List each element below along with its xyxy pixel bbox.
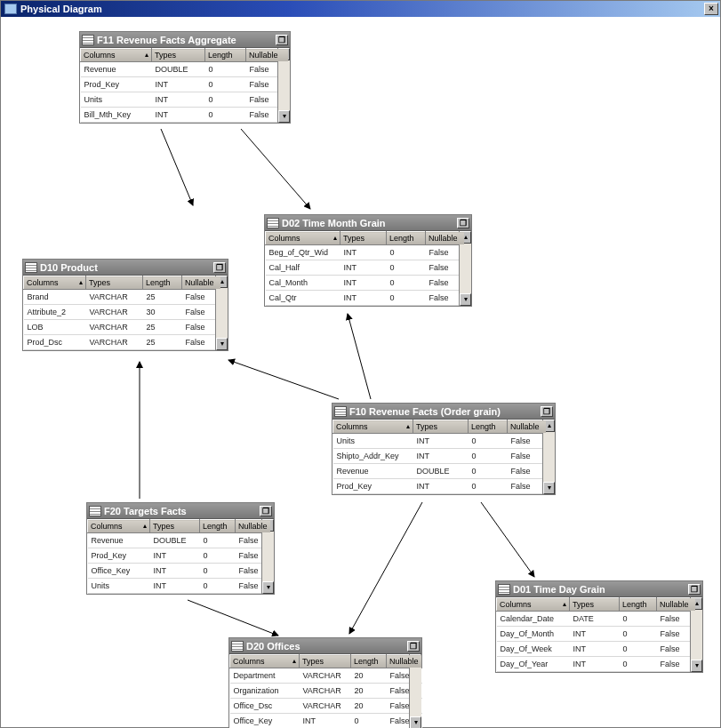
scroll-track[interactable] — [216, 288, 228, 338]
restore-button[interactable]: ❐ — [457, 218, 469, 228]
column-header-types[interactable]: Types — [570, 598, 620, 612]
table-row[interactable]: RevenueDOUBLE0False — [88, 533, 271, 548]
table-row[interactable]: Cal_MonthINT0False — [266, 276, 465, 291]
table-row[interactable]: Prod_DscVARCHAR25False — [24, 335, 221, 350]
restore-button[interactable]: ❐ — [213, 262, 226, 273]
entity-d10[interactable]: D10 Product❐Columns▴TypesLengthNullableB… — [22, 259, 228, 351]
table-row[interactable]: RevenueDOUBLE0False — [81, 62, 289, 77]
table-row[interactable]: Bill_Mth_KeyINT0False — [81, 108, 289, 123]
restore-button[interactable]: ❐ — [688, 584, 701, 595]
column-header-columns[interactable]: Columns▴ — [24, 276, 86, 290]
scroll-down-button[interactable]: ▾ — [278, 110, 290, 123]
cell-type: DOUBLE — [152, 62, 205, 77]
cell-len: 0 — [469, 434, 508, 449]
cell-nul: False — [508, 434, 547, 449]
column-header-nullable[interactable]: Nullable — [657, 598, 696, 612]
restore-button[interactable]: ❐ — [276, 35, 288, 45]
table-row[interactable]: Office_DscVARCHAR20False — [230, 699, 422, 714]
column-header-length[interactable]: Length — [205, 49, 246, 62]
column-header-types[interactable]: Types — [152, 49, 205, 62]
entity-d20[interactable]: D20 Offices❐Columns▴TypesLengthNullableD… — [228, 637, 422, 728]
table-row[interactable]: Cal_HalfINT0False — [266, 260, 465, 276]
cell-col: Revenue — [88, 533, 150, 548]
table-row[interactable]: Office_KeyINT0False — [88, 564, 271, 579]
column-header-length[interactable]: Length — [200, 520, 236, 533]
column-header-columns[interactable]: Columns▴ — [497, 598, 570, 612]
table-row[interactable]: UnitsINT0False — [88, 579, 271, 594]
table-row[interactable]: Prod_KeyINT0False — [333, 479, 547, 494]
table-row[interactable]: Day_Of_WeekINT0False — [497, 642, 696, 657]
table-row[interactable]: Prod_KeyINT0False — [81, 77, 289, 92]
column-header-columns[interactable]: Columns▴ — [81, 49, 152, 62]
cell-len: 0 — [469, 449, 508, 464]
table-row[interactable]: Shipto_Addr_KeyINT0False — [333, 449, 547, 464]
scroll-down-button[interactable]: ▾ — [216, 338, 228, 350]
column-header-nullable[interactable]: Nullable — [426, 232, 465, 245]
column-header-nullable[interactable]: Nullable — [182, 276, 221, 290]
table-row[interactable]: Beg_of_Qtr_WidINT0False — [266, 245, 465, 260]
scroll-down-button[interactable]: ▾ — [543, 482, 555, 494]
column-header-types[interactable]: Types — [150, 520, 200, 533]
column-header-nullable[interactable]: Nullable — [246, 49, 289, 62]
close-button[interactable]: × — [704, 3, 718, 15]
table-row[interactable]: Attribute_2VARCHAR30False — [24, 305, 221, 320]
entity-f11[interactable]: F11 Revenue Facts Aggregate❐Columns▴Type… — [79, 31, 291, 124]
column-header-columns[interactable]: Columns▴ — [88, 520, 150, 533]
entity-header[interactable]: D20 Offices❐ — [229, 638, 421, 654]
scroll-track[interactable] — [262, 532, 274, 581]
scroll-down-button[interactable]: ▾ — [262, 581, 274, 594]
table-row[interactable]: RevenueDOUBLE0False — [333, 464, 547, 479]
column-header-length[interactable]: Length — [469, 420, 508, 434]
diagram-canvas[interactable]: F11 Revenue Facts Aggregate❐Columns▴Type… — [1, 17, 720, 727]
scroll-down-button[interactable]: ▾ — [410, 716, 421, 728]
table-row[interactable]: Day_Of_MonthINT0False — [497, 627, 696, 642]
restore-button[interactable]: ❐ — [260, 506, 272, 516]
entity-f20[interactable]: F20 Targets Facts❐Columns▴TypesLengthNul… — [86, 502, 275, 595]
column-header-nullable[interactable]: Nullable — [508, 420, 547, 434]
entity-header[interactable]: F10 Revenue Facts (Order grain)❐ — [332, 404, 555, 420]
column-header-nullable[interactable]: Nullable — [387, 655, 422, 668]
table-row[interactable]: LOBVARCHAR25False — [24, 320, 221, 335]
table-row[interactable]: Day_Of_YearINT0False — [497, 657, 696, 672]
entity-header[interactable]: D10 Product❐ — [23, 260, 228, 276]
titlebar[interactable]: Physical Diagram × — [1, 1, 720, 17]
scroll-down-button[interactable]: ▾ — [460, 293, 471, 306]
table-row[interactable]: BrandVARCHAR25False — [24, 290, 221, 305]
cell-len: 0 — [620, 612, 657, 627]
entity-header[interactable]: F20 Targets Facts❐ — [87, 503, 274, 519]
scroll-down-button[interactable]: ▾ — [691, 660, 702, 672]
column-header-columns[interactable]: Columns▴ — [333, 420, 413, 434]
column-header-length[interactable]: Length — [620, 598, 657, 612]
table-row[interactable]: OrganizationVARCHAR20False — [230, 684, 422, 699]
column-header-length[interactable]: Length — [351, 655, 387, 668]
table-row[interactable]: Cal_QtrINT0False — [266, 291, 465, 306]
table-row[interactable]: Prod_KeyINT0False — [88, 548, 271, 564]
entity-f10[interactable]: F10 Revenue Facts (Order grain)❐Columns▴… — [332, 403, 556, 495]
column-header-columns[interactable]: Columns▴ — [230, 655, 300, 668]
entity-d01[interactable]: D01 Time Day Grain❐Columns▴TypesLengthNu… — [495, 580, 703, 673]
column-header-types[interactable]: Types — [413, 420, 469, 434]
entity-header[interactable]: D01 Time Day Grain❐ — [496, 581, 702, 597]
table-row[interactable]: DepartmentVARCHAR20False — [230, 668, 422, 684]
entity-d02[interactable]: D02 Time Month Grain❐Columns▴TypesLength… — [264, 214, 472, 307]
column-header-columns[interactable]: Columns▴ — [266, 232, 340, 245]
restore-button[interactable]: ❐ — [407, 641, 420, 652]
column-header-length[interactable]: Length — [143, 276, 182, 290]
table-row[interactable]: UnitsINT0False — [333, 434, 547, 449]
scroll-track[interactable] — [278, 60, 290, 110]
table-row[interactable]: Office_KeyINT0False — [230, 714, 422, 729]
entity-header[interactable]: F11 Revenue Facts Aggregate❐ — [80, 32, 290, 48]
column-header-nullable[interactable]: Nullable — [236, 520, 271, 533]
column-header-types[interactable]: Types — [86, 276, 143, 290]
column-header-types[interactable]: Types — [300, 655, 351, 668]
column-header-length[interactable]: Length — [387, 232, 426, 245]
entity-header[interactable]: D02 Time Month Grain❐ — [265, 215, 471, 231]
scroll-track[interactable] — [410, 667, 421, 716]
table-row[interactable]: Calendar_DateDATE0False — [497, 612, 696, 627]
column-header-types[interactable]: Types — [340, 232, 387, 245]
scroll-track[interactable] — [460, 244, 471, 293]
scroll-track[interactable] — [543, 432, 555, 482]
table-row[interactable]: UnitsINT0False — [81, 92, 289, 108]
scroll-track[interactable] — [691, 610, 702, 660]
restore-button[interactable]: ❐ — [541, 406, 553, 417]
